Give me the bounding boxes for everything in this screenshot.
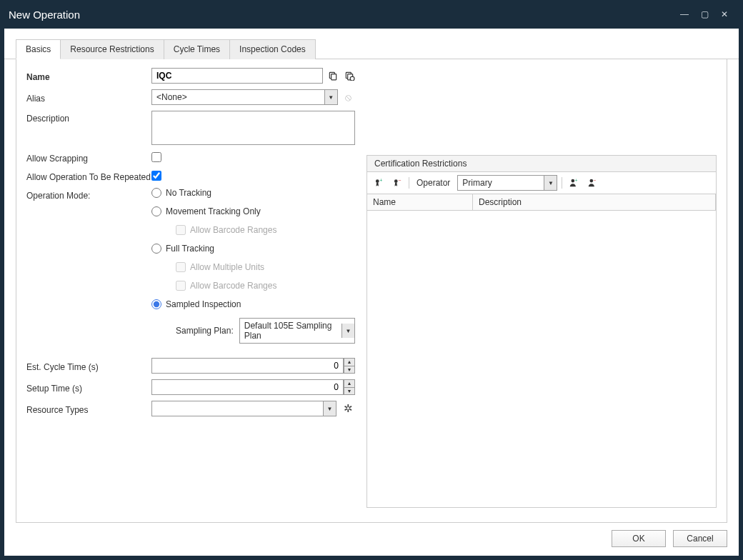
maximize-button[interactable]: ▢: [694, 9, 714, 19]
svg-text:+: +: [575, 178, 578, 183]
description-label: Description: [26, 111, 151, 124]
cert-toolbar: + − Operator Primary ▼ +: [367, 172, 716, 194]
sampling-plan-label: Sampling Plan:: [176, 326, 234, 336]
svg-rect-1: [331, 74, 336, 80]
est-cycle-label: Est. Cycle Time (s): [26, 359, 151, 372]
chevron-down-icon[interactable]: ▼: [544, 176, 557, 190]
movement-allow-barcode: Allow Barcode Ranges: [176, 225, 355, 235]
setup-time-spinner[interactable]: ▲▼: [344, 379, 355, 395]
resource-types-combo[interactable]: ▼: [151, 401, 336, 416]
minimize-button[interactable]: —: [674, 9, 694, 19]
add-user-icon[interactable]: +: [567, 176, 581, 189]
name-input[interactable]: [151, 68, 323, 84]
col-description[interactable]: Description: [473, 194, 716, 210]
alias-label: Alias: [26, 91, 151, 104]
tab-inspection-codes[interactable]: Inspection Codes: [229, 39, 316, 59]
chevron-down-icon[interactable]: ▼: [323, 401, 336, 416]
clear-alias-icon[interactable]: ⦸: [342, 91, 355, 104]
ok-button[interactable]: OK: [612, 530, 666, 547]
allow-scrapping-checkbox[interactable]: [151, 152, 161, 162]
close-button[interactable]: ✕: [714, 9, 734, 19]
est-cycle-input[interactable]: [151, 358, 344, 374]
content-area: Basics Resource Restrictions Cycle Times…: [4, 29, 739, 556]
svg-point-4: [350, 76, 354, 81]
left-column: Name Alias <None: [26, 68, 355, 522]
name-label: Name: [26, 69, 151, 82]
alias-combo[interactable]: <None> ▼: [151, 89, 338, 105]
window-title: New Operation: [9, 9, 674, 21]
remove-cert-icon[interactable]: −: [390, 176, 404, 189]
chevron-down-icon[interactable]: ▼: [341, 324, 354, 338]
right-column: Certification Restrictions + − Operator …: [366, 155, 717, 522]
certification-panel: Certification Restrictions + − Operator …: [366, 155, 717, 508]
cert-table-body: [367, 211, 716, 507]
chevron-down-icon[interactable]: ▼: [324, 90, 337, 104]
description-textarea[interactable]: [151, 111, 355, 145]
gear-icon[interactable]: ✲: [341, 402, 355, 415]
radio-movement-tracking[interactable]: Movement Tracking Only: [151, 206, 355, 216]
window: New Operation — ▢ ✕ Basics Resource Rest…: [0, 0, 743, 560]
full-allow-barcode: Allow Barcode Ranges: [176, 281, 355, 291]
operation-mode-label: Operation Mode:: [26, 188, 151, 201]
allow-repeated-checkbox[interactable]: [151, 171, 161, 181]
svg-point-5: [376, 179, 379, 183]
resource-types-label: Resource Types: [26, 402, 151, 415]
setup-time-label: Setup Time (s): [26, 381, 151, 394]
tab-basics[interactable]: Basics: [16, 39, 61, 59]
tab-bar: Basics Resource Restrictions Cycle Times…: [4, 29, 739, 59]
svg-text:−: −: [398, 178, 401, 183]
full-allow-multiple: Allow Multiple Units: [176, 262, 355, 272]
svg-text:+: +: [379, 178, 382, 183]
setup-time-input[interactable]: [151, 379, 344, 395]
dialog-footer: OK Cancel: [4, 523, 739, 556]
add-cert-icon[interactable]: +: [372, 176, 386, 189]
svg-point-11: [590, 179, 594, 183]
titlebar: New Operation — ▢ ✕: [0, 0, 743, 29]
tab-body: Name Alias <None: [16, 59, 727, 523]
allow-repeated-label: Allow Operation To Be Repeated: [26, 169, 151, 182]
tab-resource-restrictions[interactable]: Resource Restrictions: [60, 39, 164, 59]
radio-no-tracking[interactable]: No Tracking: [151, 188, 355, 198]
allow-scrapping-label: Allow Scrapping: [26, 151, 151, 164]
radio-sampled-inspection[interactable]: Sampled Inspection: [151, 299, 355, 309]
svg-point-7: [394, 179, 398, 183]
tab-cycle-times[interactable]: Cycle Times: [164, 39, 230, 59]
svg-text:−: −: [594, 178, 597, 183]
copy-icon[interactable]: [327, 69, 339, 82]
operator-label: Operator: [414, 178, 453, 188]
svg-point-9: [572, 179, 575, 183]
sampling-plan-combo[interactable]: Default 105E Sampling Plan ▼: [239, 318, 355, 344]
cancel-button[interactable]: Cancel: [673, 530, 727, 547]
est-cycle-spinner[interactable]: ▲▼: [344, 358, 355, 374]
cert-table-header: Name Description: [367, 194, 716, 211]
operator-combo[interactable]: Primary ▼: [457, 175, 557, 191]
cert-title: Certification Restrictions: [367, 156, 716, 172]
col-name[interactable]: Name: [367, 194, 473, 210]
radio-full-tracking[interactable]: Full Tracking: [151, 244, 355, 254]
copy-globe-icon[interactable]: [343, 69, 355, 82]
remove-user-icon[interactable]: −: [585, 176, 599, 189]
